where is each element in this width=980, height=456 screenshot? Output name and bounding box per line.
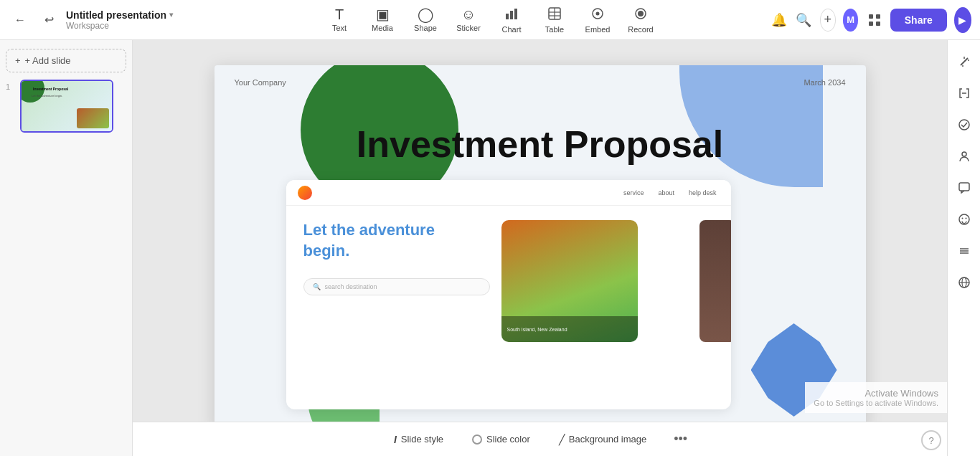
notification-button[interactable]: 🔔 xyxy=(771,7,788,33)
card-search[interactable]: 🔍 search destination xyxy=(303,278,490,295)
title-caret: ▾ xyxy=(169,11,173,19)
add-slide-button[interactable]: + + Add slide xyxy=(6,49,126,72)
slide-style-label: Slide style xyxy=(401,434,443,445)
table-label: Table xyxy=(545,25,564,34)
svg-point-8 xyxy=(596,11,600,15)
background-image-item[interactable]: ╱ Background image xyxy=(552,429,654,450)
thumb-green-circle xyxy=(20,80,44,103)
grid-button[interactable] xyxy=(865,7,882,33)
svg-rect-0 xyxy=(506,14,509,19)
toolbar: ← ↩ Untitled presentation ▾ Workspace T … xyxy=(0,0,980,40)
svg-point-25 xyxy=(965,218,966,219)
right-panel xyxy=(947,40,980,456)
check-button[interactable] xyxy=(951,112,977,138)
svg-rect-22 xyxy=(959,183,969,191)
search-button[interactable]: 🔍 xyxy=(795,7,812,33)
embed-label: Embed xyxy=(585,25,611,34)
comment-button[interactable] xyxy=(951,175,977,201)
thumb-image xyxy=(77,108,109,128)
share-button[interactable]: Share xyxy=(890,9,947,32)
tool-embed[interactable]: Embed xyxy=(576,1,619,39)
add-button[interactable]: + xyxy=(820,9,836,32)
photo-label: South Island, New Zealand xyxy=(507,327,567,332)
svg-rect-11 xyxy=(869,14,873,19)
svg-point-24 xyxy=(961,218,963,219)
media-icon: ▣ xyxy=(376,7,390,22)
card-header: service about help desk xyxy=(286,180,731,206)
svg-rect-12 xyxy=(876,14,880,19)
svg-point-21 xyxy=(962,152,966,156)
notification-icon: 🔔 xyxy=(771,12,787,28)
card-nav-helpdesk: help desk xyxy=(689,189,717,196)
slide-canvas[interactable]: Your Company March 2034 Investment Propo… xyxy=(215,65,866,431)
card-nav-about: about xyxy=(658,189,674,196)
toolbar-right: 🔔 🔍 + M Share ▶ xyxy=(771,7,971,33)
main-area: + + Add slide 1 Investment Proposal Let … xyxy=(0,40,980,456)
back-icon: ← xyxy=(14,14,26,27)
card-right: South Island, New Zealand xyxy=(501,220,714,342)
text-icon: T xyxy=(335,7,344,22)
windows-activation: Activate Windows Go to Settings to activ… xyxy=(805,382,947,413)
svg-point-20 xyxy=(959,120,969,130)
user-button[interactable] xyxy=(951,143,977,169)
add-slide-label: + Add slide xyxy=(25,55,71,66)
media-label: Media xyxy=(372,24,393,32)
slide-date: March 2034 xyxy=(804,78,845,87)
card-logo xyxy=(298,186,312,200)
play-icon: ▶ xyxy=(958,14,966,26)
tool-text[interactable]: T Text xyxy=(318,1,361,39)
help-button[interactable]: ? xyxy=(921,430,941,450)
layers-button[interactable] xyxy=(951,238,977,264)
svg-rect-13 xyxy=(869,22,873,26)
slide-title: Investment Proposal xyxy=(357,123,723,166)
undo-button[interactable]: ↩ xyxy=(37,9,60,32)
workspace-label: Workspace xyxy=(66,21,173,31)
avatar[interactable]: M xyxy=(843,9,859,32)
card-photo-caption: South Island, New Zealand xyxy=(501,316,638,342)
search-placeholder: search destination xyxy=(325,283,377,290)
slide-style-icon: I xyxy=(394,434,397,445)
more-button[interactable]: ••• xyxy=(668,429,693,450)
tool-record[interactable]: Record xyxy=(619,1,662,39)
slide-company: Your Company xyxy=(235,78,286,87)
emoji-button[interactable] xyxy=(951,206,977,232)
arrows-button[interactable] xyxy=(951,80,977,106)
shape-label: Shape xyxy=(414,24,437,32)
back-button[interactable]: ← xyxy=(9,9,32,32)
svg-point-10 xyxy=(638,11,644,16)
svg-line-15 xyxy=(961,58,968,65)
svg-point-23 xyxy=(959,214,969,224)
inner-card: service about help desk Let the adventur… xyxy=(286,180,731,409)
tool-media[interactable]: ▣ Media xyxy=(361,1,404,39)
slide-color-icon xyxy=(472,434,482,445)
tool-table[interactable]: Table xyxy=(533,1,576,39)
globe-button[interactable] xyxy=(951,270,977,295)
slide-style-item[interactable]: I Slide style xyxy=(387,429,451,450)
background-image-icon: ╱ xyxy=(559,434,565,445)
title-block: Untitled presentation ▾ Workspace xyxy=(66,9,173,31)
chart-icon xyxy=(504,6,519,23)
shape-icon: ◯ xyxy=(418,7,433,22)
play-button[interactable]: ▶ xyxy=(954,7,971,33)
sticker-icon: ☺ xyxy=(461,7,476,22)
record-icon xyxy=(633,6,648,23)
tool-shape[interactable]: ◯ Shape xyxy=(404,1,447,39)
slide-thumbnail[interactable]: Investment Proposal Let the adventure be… xyxy=(20,80,113,133)
table-icon xyxy=(547,6,562,23)
slide-panel: + + Add slide 1 Investment Proposal Let … xyxy=(0,40,133,456)
add-slide-icon: + xyxy=(15,55,21,66)
presentation-title[interactable]: Untitled presentation ▾ xyxy=(66,9,173,21)
card-photo2 xyxy=(699,220,731,342)
slide-number: 1 xyxy=(6,82,16,91)
svg-rect-14 xyxy=(876,22,880,26)
embed-icon xyxy=(590,6,605,23)
tool-chart[interactable]: Chart xyxy=(490,1,533,39)
thumb-content: Investment Proposal Let the adventure be… xyxy=(22,81,112,131)
slide-color-item[interactable]: Slide color xyxy=(465,429,537,449)
activate-title: Activate Windows xyxy=(814,388,938,399)
svg-rect-1 xyxy=(510,11,513,19)
undo-icon: ↩ xyxy=(44,13,54,27)
sticker-label: Sticker xyxy=(456,24,481,32)
magic-button[interactable] xyxy=(951,49,977,75)
tool-sticker[interactable]: ☺ Sticker xyxy=(447,1,490,39)
